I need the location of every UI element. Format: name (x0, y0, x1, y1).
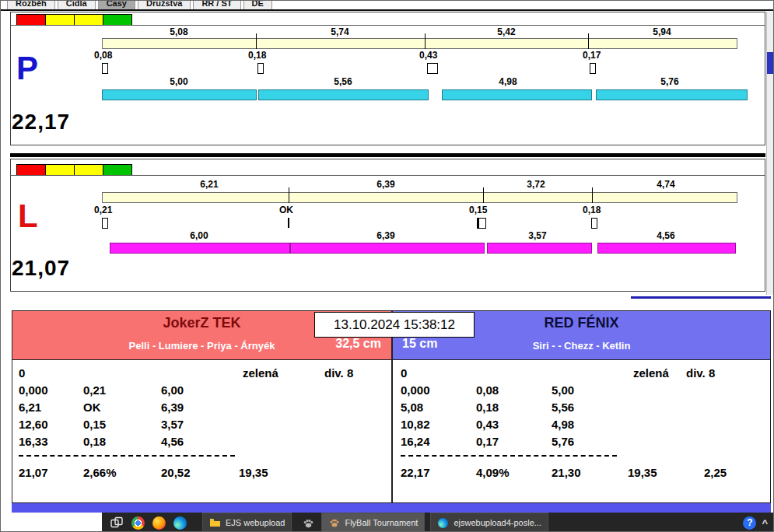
table-cell: 0,000 (401, 383, 430, 397)
split-time-label: OK (279, 205, 293, 215)
table-cell: OK (83, 401, 101, 414)
penalty-value: 0 (401, 366, 407, 380)
bottom-strip (12, 503, 771, 513)
tab-cidla[interactable]: Čidla (58, 1, 96, 9)
split-time-label: 0,18 (583, 205, 601, 215)
summary-cell: 19,35 (628, 466, 657, 479)
chrome-icon[interactable] (130, 515, 145, 530)
table-cell: 5,00 (552, 383, 574, 397)
help-icon[interactable]: ? (743, 516, 756, 530)
datetime-display: 13.10.2024 15:38:12 (314, 312, 475, 338)
table-divider (401, 455, 617, 457)
run-bar-segment (290, 243, 485, 254)
window-top-border (1, 9, 774, 11)
taskbar-app-flyball-tournament[interactable]: FlyBall Tournament (321, 513, 425, 532)
folder-icon (209, 517, 221, 528)
team-lineup-right: Siri - - Chezz - Ketlin (393, 340, 770, 352)
bar-tick (425, 33, 426, 49)
lane-separator (10, 153, 765, 157)
summary-cell: 20,52 (161, 466, 191, 479)
scrollbar-thumb[interactable] (767, 52, 773, 74)
summary-cell: 2,25 (704, 466, 727, 479)
run-bar-segment (596, 89, 748, 100)
run-time-label: 5,56 (304, 76, 382, 87)
table-cell: 0,21 (83, 383, 106, 397)
team-lineup-left: Pelli - Lumiere - Priya - Árnyék (12, 340, 391, 352)
table-cell: 5,08 (401, 401, 423, 414)
division-label: div. 8 (686, 366, 715, 380)
split-time-label: 0,18 (248, 50, 266, 61)
chevron-up-icon[interactable]: ^ (762, 517, 768, 529)
green-light-icon (103, 14, 132, 26)
table-cell: 16,24 (401, 435, 430, 448)
tab-rozbeh[interactable]: Rozběh (7, 1, 55, 9)
summary-cell: 22,17 (401, 466, 430, 479)
lane-total-p: 22,17 (12, 110, 70, 135)
table-divider (19, 455, 235, 457)
sensor-tick (288, 218, 289, 228)
sensor-marker (102, 63, 108, 74)
red-light-icon (16, 14, 46, 26)
tab-casy[interactable]: Časy (98, 1, 135, 9)
edge-icon[interactable] (172, 515, 187, 530)
table-cell: 0,18 (476, 401, 499, 414)
pass-time-label: 5,08 (140, 26, 218, 37)
pass-time-label: 6,39 (347, 179, 425, 190)
bar-tick (483, 187, 484, 203)
run-time-label: 6,00 (160, 230, 238, 241)
run-time-label: 5,00 (140, 76, 218, 87)
bar-tick (289, 187, 289, 203)
table-cell: 16,33 (19, 435, 48, 448)
pass-bar-p (102, 38, 737, 49)
table-cell: 0,18 (83, 435, 106, 448)
sensor-marker (257, 63, 264, 74)
run-bar-segment (110, 243, 290, 254)
taskbar-app-ejswebupload4[interactable]: ejswebupload4-posle... (430, 513, 548, 532)
run-time-label: 6,39 (347, 230, 425, 241)
table-cell: 3,57 (161, 418, 184, 431)
summary-cell: 4,09% (476, 466, 510, 479)
tab-bar: Rozběh Čidla Časy Družstva RR / ST DE (1, 1, 764, 9)
table-cell: 5,56 (552, 401, 574, 414)
pass-time-label: 3,72 (497, 179, 575, 190)
table-cell: 5,76 (552, 435, 574, 448)
sensor-marker (591, 218, 597, 229)
split-time-label: 0,17 (583, 50, 601, 61)
yellow-light-icon (74, 14, 103, 26)
start-lights-p (16, 14, 131, 26)
panel-divider-line (10, 25, 765, 26)
bar-tick (592, 187, 593, 203)
pass-time-label: 4,74 (627, 179, 705, 190)
task-view-icon[interactable] (109, 515, 124, 530)
sensor-marker (102, 218, 108, 229)
sensor-marker (590, 63, 596, 74)
browser-tab-icon (437, 517, 449, 529)
pass-time-label: 6,21 (170, 179, 248, 190)
taskbar-app-ejs-webupload[interactable]: EJS webupload (202, 513, 292, 532)
run-time-label: 4,56 (627, 230, 705, 241)
run-bar-segment (487, 243, 592, 254)
tab-druzstva[interactable]: Družstva (138, 1, 191, 9)
firefox-icon[interactable] (151, 515, 166, 530)
progress-line (631, 296, 771, 299)
taskbar: EJS webupload FlyBall Tournament (102, 513, 774, 532)
yellow-light-icon (45, 164, 75, 176)
paw-tray-icon[interactable] (300, 515, 316, 530)
run-bar-segment (258, 89, 429, 100)
run-time-label: 3,57 (499, 230, 576, 241)
lane-total-l: 21,07 (12, 256, 70, 281)
table-cell: 12,60 (19, 418, 48, 431)
tab-rr-st[interactable]: RR / ST (193, 1, 240, 9)
lane-letter-p: P (16, 52, 38, 85)
run-time-label: 4,98 (469, 76, 547, 87)
green-light-icon (103, 164, 132, 176)
summary-cell: 21,30 (552, 466, 581, 479)
lane-letter-l: L (18, 200, 38, 233)
tab-de[interactable]: DE (243, 1, 272, 9)
results-table-left: 0 zelená div. 8 0,000 0,21 6,00 6,21 OK … (12, 360, 392, 503)
start-lights-l (16, 164, 131, 176)
table-cell: 4,56 (161, 435, 184, 448)
summary-cell: 19,35 (239, 466, 268, 479)
paw-icon (328, 517, 340, 529)
taskbar-app-label: ejswebupload4-posle... (454, 518, 541, 527)
